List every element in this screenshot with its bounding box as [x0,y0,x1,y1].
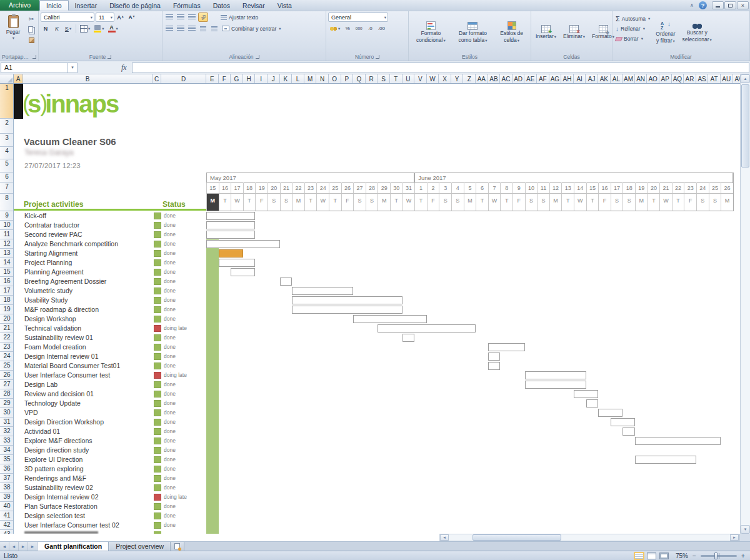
gantt-bar[interactable] [402,334,415,342]
status-chip[interactable] [154,475,161,482]
gantt-weekday-letter[interactable]: S [696,194,709,211]
column-header-B[interactable]: B [23,74,152,84]
status-text[interactable]: done [164,230,176,239]
increase-decimal-button[interactable]: .0 [365,24,375,33]
row-header-28[interactable]: 28 [0,389,14,399]
gantt-bar[interactable] [635,456,696,464]
row-header-26[interactable]: 26 [0,371,14,380]
orientation-button[interactable]: ab [198,12,208,22]
row-header-37[interactable]: 37 [0,474,14,483]
italic-button[interactable]: K [52,24,62,33]
gantt-day-number[interactable]: 26 [721,182,733,194]
gantt-day-number[interactable]: 19 [635,182,648,194]
column-header-P[interactable]: P [341,74,354,84]
page-break-view-button[interactable] [659,552,669,559]
gantt-day-number[interactable]: 1 [414,182,427,194]
maximize-button[interactable] [724,1,736,9]
column-header-AI[interactable]: AI [574,74,586,84]
tab-archivo[interactable]: Archivo [0,0,39,11]
status-text[interactable]: doing late [164,492,187,502]
increase-indent-button[interactable] [209,24,219,33]
column-header-Z[interactable]: Z [463,74,476,84]
page-layout-view-button[interactable] [647,552,656,559]
ribbon-tab-insertar[interactable]: Insertar [69,0,104,11]
gantt-day-number[interactable]: 16 [219,182,231,194]
gantt-weekday-letter[interactable]: W [402,194,415,211]
gantt-weekday-letter[interactable]: T [648,194,660,211]
gantt-month-header[interactable]: June 2017 [414,172,733,183]
column-header-K[interactable]: K [280,74,292,84]
activity-name[interactable]: VPD [24,408,151,418]
activity-name[interactable]: Design Internal review 02 [24,492,151,502]
gantt-bar[interactable] [598,409,622,417]
activity-name[interactable]: Kick-off [24,211,151,221]
column-header-G[interactable]: G [231,74,243,84]
gantt-bar[interactable] [219,259,256,267]
zoom-out-button[interactable]: − [691,552,698,559]
gantt-weekday-letter[interactable]: T [219,194,231,211]
row-header-22[interactable]: 22 [0,333,14,342]
row-header-27[interactable]: 27 [0,380,14,389]
column-header-U[interactable]: U [402,74,415,84]
activity-name[interactable]: Technology Update [24,399,151,408]
name-box[interactable]: A1 [1,62,68,73]
status-text[interactable]: done [164,455,176,464]
activity-name[interactable]: Explore M&F directions [24,436,151,446]
gantt-weekday-letter[interactable]: W [488,194,501,211]
row-header-7[interactable]: 7 [0,182,14,194]
status-text[interactable]: done [164,258,176,268]
status-text[interactable]: done [164,464,176,474]
gantt-day-number[interactable]: 21 [659,182,672,194]
status-chip[interactable] [154,231,161,238]
row-header-3[interactable]: 3 [0,134,14,147]
gantt-bar[interactable] [292,306,402,314]
align-center-button[interactable] [176,24,186,33]
gantt-bar[interactable] [206,231,255,239]
format-painter-button[interactable] [26,36,36,45]
accounting-format-button[interactable]: ▾ [328,24,341,33]
column-header-Q[interactable]: Q [353,74,366,84]
activity-name[interactable]: Breefing Agreement Dossier [24,277,151,286]
gantt-weekday-letter[interactable]: M [292,194,304,211]
format-as-table-button[interactable]: Dar formato como tabla▾ [456,12,490,52]
normal-view-button[interactable] [634,552,644,559]
gantt-weekday-letter[interactable]: F [512,194,525,211]
insert-cells-button[interactable]: Insertar▾ [533,12,559,52]
gantt-weekday-letter[interactable]: S [525,194,538,211]
status-chip[interactable] [154,522,161,529]
row-header-23[interactable]: 23 [0,342,14,352]
status-chip[interactable] [154,344,161,351]
gantt-weekday-letter[interactable]: T [329,194,341,211]
align-top-button[interactable] [164,12,174,22]
gantt-day-number[interactable]: 13 [561,182,574,194]
gantt-weekday-letter[interactable]: T [500,194,512,211]
cell-styles-button[interactable]: Estilos de celda▾ [498,12,526,52]
status-chip[interactable] [154,241,161,248]
gantt-weekday-letter[interactable]: M [206,194,219,211]
gantt-day-number[interactable]: 30 [390,182,402,194]
last-sheet-button[interactable]: ► [28,542,38,551]
gantt-day-number[interactable]: 24 [316,182,329,194]
ribbon-tab-f-rmulas[interactable]: Fórmulas [167,0,207,11]
dialog-launcher-icon[interactable] [32,55,36,59]
row-header-5[interactable]: 5 [0,159,14,172]
activity-name[interactable]: Design Workshop [24,314,151,324]
cut-button[interactable]: ✂ [26,14,36,24]
gantt-day-number[interactable]: 10 [525,182,538,194]
gantt-weekday-letter[interactable]: W [231,194,243,211]
column-header-E[interactable]: E [206,74,219,84]
status-text[interactable]: done [164,296,176,305]
status-text[interactable]: done [164,211,176,221]
comma-style-button[interactable]: 000 [354,24,364,33]
row-header-32[interactable]: 32 [0,427,14,436]
row-header-24[interactable]: 24 [0,352,14,361]
gantt-day-number[interactable]: 12 [549,182,562,194]
gantt-weekday-letter[interactable]: S [622,194,635,211]
delete-cells-button[interactable]: Eliminar▾ [561,12,588,52]
gantt-bar[interactable] [525,371,586,379]
gantt-bar[interactable] [488,362,501,370]
column-header-AO[interactable]: AO [647,74,659,84]
column-header-AH[interactable]: AH [561,74,574,84]
gantt-day-number[interactable]: 2 [427,182,439,194]
column-header-C[interactable]: C [152,74,161,84]
